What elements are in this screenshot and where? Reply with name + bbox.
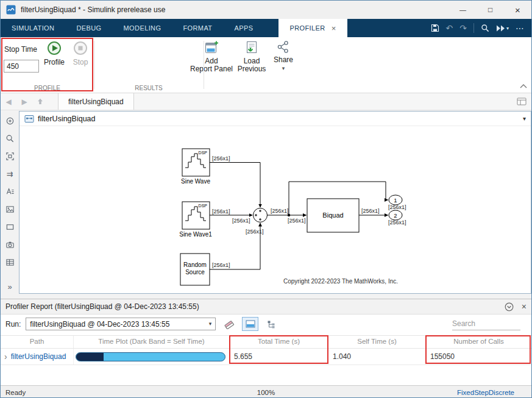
profiler-panel-title: Profiler Report (filterUsingBiquad @ 04-… bbox=[5, 302, 199, 311]
viewmark-camera-icon[interactable] bbox=[5, 240, 15, 249]
column-header-total-time[interactable]: Total Time (s) bbox=[230, 336, 328, 348]
dock-report-button[interactable] bbox=[242, 317, 258, 331]
close-panel-icon[interactable]: × bbox=[522, 302, 527, 311]
column-header-number-of-calls[interactable]: Number of Calls bbox=[426, 336, 531, 348]
load-previous-icon bbox=[244, 40, 259, 55]
breadcrumb-model-name[interactable]: filterUsingBiquad bbox=[38, 115, 96, 123]
block-biquad[interactable]: Biquad bbox=[307, 199, 359, 232]
shape-rect-icon[interactable] bbox=[5, 222, 15, 232]
ribbon-section-profile: Stop Time Profile Stop PROFILE bbox=[1, 37, 94, 93]
annotation-icon[interactable] bbox=[5, 187, 15, 196]
table-icon[interactable] bbox=[5, 257, 15, 267]
window-controls: — □ × bbox=[449, 1, 531, 19]
pan-icon[interactable]: ⇉ bbox=[5, 169, 15, 179]
status-solver-link[interactable]: FixedStepDiscrete bbox=[457, 389, 514, 396]
navigate-forward-button[interactable]: ▶ bbox=[16, 93, 32, 110]
add-report-panel-icon bbox=[204, 40, 219, 55]
tab-simulation[interactable]: SIMULATION bbox=[1, 19, 65, 37]
clear-results-button[interactable] bbox=[221, 317, 237, 331]
save-icon[interactable] bbox=[431, 24, 439, 32]
stop-time-input[interactable] bbox=[4, 60, 39, 73]
block-label: Sine Wave1 bbox=[179, 231, 212, 238]
svg-text:Source: Source bbox=[185, 269, 205, 275]
more-options-icon[interactable]: ⋯ bbox=[516, 24, 524, 32]
svg-text:DSP: DSP bbox=[199, 151, 208, 155]
block-outport-2[interactable]: 2 bbox=[389, 210, 402, 220]
time-plot-self-band bbox=[76, 353, 104, 361]
profiler-toolbar: Run: filterUsingBiquad @ 04-Dec-2023 13:… bbox=[1, 314, 531, 333]
block-sine-wave[interactable]: DSP Sine Wave bbox=[181, 149, 210, 185]
undo-icon[interactable]: ↶ bbox=[446, 24, 453, 32]
block-outport-1[interactable]: 1 bbox=[389, 195, 402, 205]
collapse-ribbon-icon[interactable] bbox=[520, 82, 527, 90]
svg-text:[256x1]: [256x1] bbox=[288, 218, 306, 224]
path-link[interactable]: filterUsingBiquad bbox=[11, 352, 66, 361]
canvas-palette: ⇉ » bbox=[1, 111, 19, 294]
stop-button[interactable]: Stop bbox=[69, 40, 92, 66]
step-forward-icon[interactable]: ▾ bbox=[496, 24, 509, 32]
block-sum[interactable] bbox=[254, 208, 268, 222]
breadcrumb-dropdown-icon[interactable]: ▾ bbox=[523, 115, 526, 122]
navigate-up-button[interactable] bbox=[32, 93, 48, 110]
table-row: › filterUsingBiquad 5.655 1.040 155050 bbox=[1, 349, 531, 365]
document-tab[interactable]: filterUsingBiquad bbox=[58, 93, 134, 110]
signal-wires[interactable] bbox=[210, 163, 388, 270]
tab-format[interactable]: FORMAT bbox=[172, 19, 223, 37]
svg-text:[256x1]: [256x1] bbox=[232, 218, 250, 224]
share-button[interactable]: Share ▾ bbox=[271, 40, 296, 71]
profile-button[interactable]: Profile bbox=[40, 40, 69, 66]
collapse-panel-icon[interactable] bbox=[505, 302, 514, 311]
profile-button-label: Profile bbox=[44, 59, 65, 66]
branch-point bbox=[288, 214, 290, 216]
row-expander-icon[interactable]: › bbox=[4, 352, 7, 361]
block-sine-wave1[interactable]: DSP Sine Wave1 bbox=[179, 202, 212, 238]
more-tools-icon[interactable]: » bbox=[5, 282, 15, 291]
column-header-time-plot[interactable]: Time Plot (Dark Band = Self Time) bbox=[74, 336, 230, 348]
redo-icon[interactable]: ↷ bbox=[459, 24, 467, 32]
navigate-back-button[interactable]: ◀ bbox=[1, 93, 16, 110]
tab-profiler-label: PROFILER bbox=[289, 24, 325, 32]
search-icon[interactable] bbox=[481, 24, 489, 32]
chevron-down-icon[interactable]: ▾ bbox=[506, 26, 509, 31]
svg-text:[256x1]: [256x1] bbox=[212, 155, 230, 162]
editor-area: ⇉ » filterUsingBiquad bbox=[1, 110, 531, 299]
tab-profiler[interactable]: PROFILER × bbox=[278, 19, 347, 37]
add-report-panel-button[interactable]: AddReport Panel bbox=[192, 40, 231, 73]
results-section-title: RESULTS bbox=[94, 85, 203, 91]
close-button[interactable]: × bbox=[504, 1, 531, 19]
model-navbar: ◀ ▶ filterUsingBiquad bbox=[1, 93, 531, 110]
svg-text:1: 1 bbox=[394, 197, 397, 204]
editor-layout-icon[interactable] bbox=[517, 93, 531, 110]
table-header-row: Path Time Plot (Dark Band = Self Time) T… bbox=[1, 335, 531, 349]
search-input[interactable] bbox=[452, 318, 520, 330]
fit-to-view-icon[interactable] bbox=[5, 151, 15, 161]
time-plot-bar[interactable] bbox=[76, 352, 225, 361]
run-select-value: filterUsingBiquad @ 04-Dec-2023 13:45:55 bbox=[30, 320, 169, 329]
block-diagram: DSP Sine Wave DSP Sine Wave1 Ran bbox=[20, 126, 531, 293]
block-random-source[interactable]: Random Source bbox=[180, 254, 210, 285]
profile-section-title: PROFILE bbox=[1, 85, 94, 91]
stop-icon bbox=[73, 40, 88, 56]
expand-tree-button[interactable] bbox=[263, 317, 280, 331]
zoom-region-icon[interactable] bbox=[5, 116, 15, 126]
minimize-button[interactable]: — bbox=[449, 1, 477, 19]
tab-close-icon[interactable]: × bbox=[332, 24, 336, 32]
svg-text:2: 2 bbox=[394, 212, 397, 219]
svg-text:[256x1]: [256x1] bbox=[212, 262, 230, 268]
image-icon[interactable] bbox=[5, 204, 15, 214]
run-select[interactable]: filterUsingBiquad @ 04-Dec-2023 13:45:55… bbox=[26, 318, 216, 330]
column-header-self-time[interactable]: Self Time (s) bbox=[328, 336, 426, 348]
copyright-annotation[interactable]: Copyright 2022-2023 The MathWorks, Inc. bbox=[283, 278, 398, 285]
tab-apps[interactable]: APPS bbox=[223, 19, 264, 37]
svg-text:[256x1]: [256x1] bbox=[361, 208, 380, 214]
svg-text:[256x1]: [256x1] bbox=[388, 219, 406, 226]
share-dropdown-icon[interactable]: ▾ bbox=[282, 66, 285, 71]
zoom-icon[interactable] bbox=[5, 133, 15, 143]
tab-debug[interactable]: DEBUG bbox=[65, 19, 112, 37]
maximize-button[interactable]: □ bbox=[477, 1, 504, 19]
profile-run-icon bbox=[46, 40, 62, 56]
toolbar-divider bbox=[473, 23, 474, 33]
tab-modeling[interactable]: MODELING bbox=[113, 19, 172, 37]
column-header-path[interactable]: Path bbox=[1, 336, 74, 348]
load-previous-button[interactable]: LoadPrevious bbox=[233, 40, 270, 73]
